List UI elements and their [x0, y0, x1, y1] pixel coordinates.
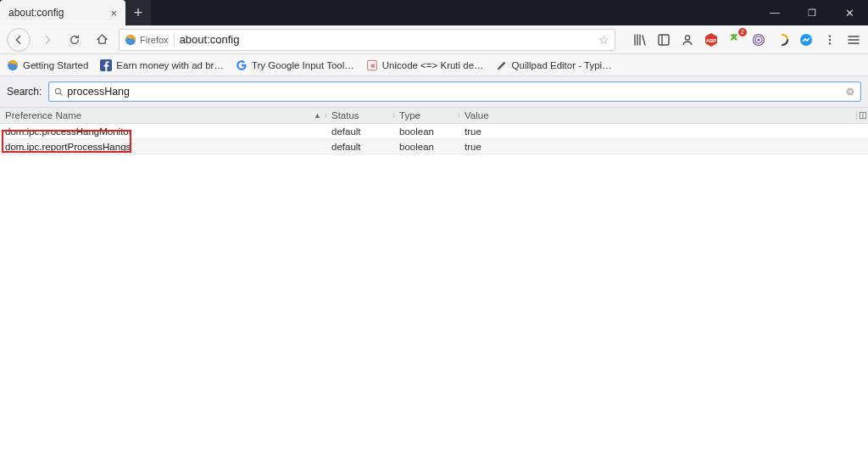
- abp-button[interactable]: ABP: [704, 32, 719, 48]
- bookmark-quillpad[interactable]: Quillpad Editor - Typi…: [496, 59, 612, 71]
- library-button[interactable]: [632, 32, 648, 48]
- toolbar-right: ABP 2: [622, 32, 861, 48]
- cell-value: true: [459, 142, 868, 152]
- bookmark-label: Getting Started: [23, 60, 88, 70]
- google-g-icon: [236, 59, 248, 71]
- sidebar-button[interactable]: [656, 32, 671, 48]
- config-table-body: dom.ipc.processHangMonitordefaultboolean…: [0, 124, 868, 154]
- tab-title: about:config: [8, 7, 64, 19]
- sort-asc-icon: ▲: [314, 111, 321, 120]
- back-button[interactable]: [7, 28, 31, 52]
- app-menu-button[interactable]: [846, 32, 861, 48]
- config-search-input[interactable]: processHang: [48, 81, 861, 102]
- more-button[interactable]: [822, 32, 837, 48]
- identity-label: Firefox: [140, 35, 169, 45]
- svg-point-8: [757, 38, 760, 41]
- addons-button[interactable]: 2: [727, 32, 743, 48]
- svg-point-17: [56, 88, 61, 93]
- cell-name: dom.ipc.reportProcessHangs: [0, 142, 326, 152]
- col-header-type[interactable]: Type: [394, 110, 459, 120]
- svg-point-10: [829, 35, 831, 36]
- tab-active[interactable]: about:config ×: [0, 0, 125, 25]
- addons-badge: 2: [738, 28, 747, 36]
- col-header-status[interactable]: Status: [326, 110, 394, 120]
- cell-status: default: [326, 142, 394, 152]
- svg-point-12: [829, 42, 831, 44]
- table-row[interactable]: dom.ipc.processHangMonitordefaultboolean…: [0, 124, 868, 139]
- bookmark-label: Earn money with ad br…: [116, 60, 224, 70]
- col-header-name-label: Preference Name: [5, 110, 81, 120]
- kebab-icon: [824, 34, 836, 46]
- bookmark-label: Quillpad Editor - Typi…: [512, 60, 612, 70]
- close-tab-icon[interactable]: ×: [110, 7, 117, 20]
- search-icon: [54, 87, 64, 97]
- search-query-text: processHang: [67, 86, 845, 98]
- cell-status: default: [326, 126, 394, 137]
- firefox-small-icon: [7, 59, 19, 71]
- cell-type: boolean: [394, 142, 459, 152]
- facebook-icon: [100, 59, 112, 71]
- page-icon: अ: [366, 59, 378, 71]
- window-maximize-button[interactable]: ❐: [793, 0, 831, 25]
- pen-icon: [496, 59, 508, 71]
- home-icon: [96, 33, 108, 46]
- svg-text:ABP: ABP: [706, 38, 717, 43]
- messenger-button[interactable]: [798, 32, 814, 48]
- bookmark-star-icon[interactable]: ☆: [598, 33, 609, 47]
- cell-value: true: [459, 126, 868, 137]
- col-header-value-label: Value: [465, 110, 489, 120]
- window-minimize-button[interactable]: —: [756, 0, 793, 25]
- tor-button[interactable]: [751, 32, 766, 48]
- cell-type: boolean: [394, 126, 459, 137]
- window-close-button[interactable]: ✕: [831, 0, 868, 25]
- col-header-value[interactable]: Value: [459, 110, 856, 120]
- abp-icon: ABP: [704, 32, 719, 48]
- identity-box[interactable]: Firefox: [125, 34, 169, 46]
- arrow-left-icon: [13, 34, 25, 46]
- arrow-right-icon: [42, 34, 53, 46]
- col-header-name[interactable]: Preference Name ▲: [0, 110, 326, 120]
- new-tab-button[interactable]: +: [125, 0, 151, 25]
- reload-button[interactable]: [64, 30, 85, 50]
- bookmark-getting-started[interactable]: Getting Started: [7, 59, 88, 71]
- firefox-icon: [125, 34, 136, 46]
- svg-rect-1: [659, 35, 669, 45]
- home-button[interactable]: [92, 30, 112, 50]
- search-label: Search:: [7, 86, 43, 98]
- table-row[interactable]: dom.ipc.reportProcessHangsdefaultboolean…: [0, 139, 868, 154]
- account-button[interactable]: [680, 32, 695, 48]
- column-picker-icon: [859, 111, 867, 120]
- col-header-type-label: Type: [399, 110, 420, 120]
- svg-point-11: [829, 38, 831, 40]
- bookmark-facebook[interactable]: Earn money with ad br…: [100, 59, 224, 71]
- svg-line-18: [60, 92, 63, 95]
- bookmark-label: Try Google Input Tool…: [252, 60, 354, 70]
- url-bar[interactable]: Firefox about:config ☆: [119, 29, 615, 51]
- bookmarks-toolbar: Getting Started Earn money with ad br… T…: [0, 54, 868, 76]
- forward-button[interactable]: [37, 30, 58, 50]
- account-icon: [681, 33, 694, 47]
- column-picker-button[interactable]: [856, 111, 868, 120]
- tab-strip: about:config × + — ❐ ✕: [0, 0, 868, 25]
- clear-search-icon[interactable]: [845, 87, 855, 97]
- bookmark-label: Unicode <=> Kruti de…: [382, 60, 484, 70]
- onion-icon: [752, 33, 765, 47]
- config-table-header: Preference Name ▲ Status Type Value: [0, 107, 868, 124]
- bookmark-google-input[interactable]: Try Google Input Tool…: [236, 59, 354, 71]
- hamburger-icon: [847, 33, 860, 47]
- library-icon: [633, 33, 647, 47]
- url-text: about:config: [180, 33, 593, 46]
- col-header-status-label: Status: [331, 110, 359, 120]
- nav-toolbar: Firefox about:config ☆ ABP 2: [0, 25, 868, 54]
- spinner-icon: [776, 33, 789, 47]
- config-content: Search: processHang Preference Name ▲ St…: [0, 76, 868, 154]
- spinner-button[interactable]: [775, 32, 790, 48]
- cell-name: dom.ipc.processHangMonitor: [0, 126, 326, 137]
- config-search-row: Search: processHang: [0, 76, 868, 107]
- bookmark-unicode-kruti[interactable]: अ Unicode <=> Kruti de…: [366, 59, 484, 71]
- sidebar-icon: [657, 33, 670, 47]
- reload-icon: [69, 34, 81, 46]
- messenger-icon: [799, 33, 813, 47]
- svg-point-3: [685, 35, 689, 39]
